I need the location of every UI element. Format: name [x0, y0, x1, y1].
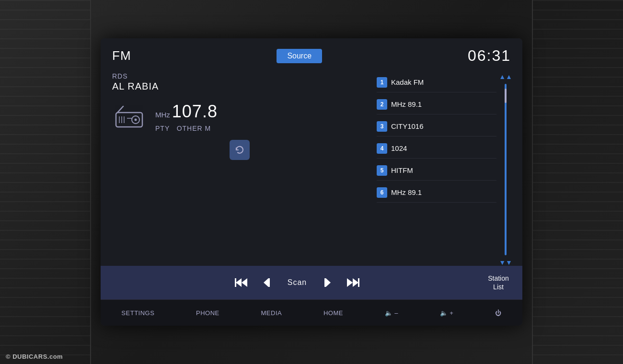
refresh-button[interactable]	[230, 140, 250, 160]
station-item-5[interactable]: 5HITFM	[377, 160, 496, 181]
refresh-area	[112, 140, 367, 160]
radio-icon	[112, 102, 146, 131]
playback-controls: Scan	[110, 277, 484, 288]
station-name-text-4: 1024	[391, 144, 407, 152]
station-num-1: 1	[377, 77, 387, 88]
station-num-2: 2	[377, 99, 387, 110]
nav-power[interactable]: ⏻	[495, 309, 502, 317]
nav-vol-up[interactable]: 🔈 +	[440, 309, 454, 317]
forward-button[interactable]	[321, 277, 332, 288]
svg-rect-14	[324, 278, 326, 287]
svg-marker-11	[264, 278, 268, 287]
station-num-5: 5	[377, 165, 387, 176]
home-label: HOME	[323, 309, 343, 317]
station-item-2[interactable]: 2MHz 89.1	[377, 94, 496, 114]
station-name-text-3: CITY1016	[391, 122, 424, 130]
freq-unit: MHz	[155, 111, 170, 119]
vent-right	[532, 0, 623, 364]
station-item-3[interactable]: 3CITY1016	[377, 116, 496, 136]
freq-value: 107.8	[172, 102, 218, 122]
station-num-6: 6	[377, 187, 387, 198]
svg-rect-12	[268, 278, 270, 287]
vent-left	[0, 0, 91, 364]
svg-marker-16	[347, 278, 353, 287]
station-num-3: 3	[377, 121, 387, 132]
svg-marker-8	[236, 278, 242, 287]
station-item-1[interactable]: 1Kadak FM	[377, 72, 496, 92]
freq-info: MHz 107.8 PTY OTHER M	[155, 102, 218, 132]
svg-point-6	[134, 118, 137, 121]
svg-rect-17	[358, 278, 359, 287]
scan-button[interactable]: Scan	[288, 278, 307, 287]
pty-row: PTY OTHER M	[155, 125, 218, 132]
svg-rect-10	[235, 278, 236, 287]
vol-down-icon: 🔈 –	[385, 309, 398, 317]
fm-label: FM	[112, 48, 131, 63]
scroll-bar: ▲▲ ▼▼	[500, 72, 511, 266]
station-name-text-5: HITFM	[391, 166, 413, 174]
scroll-thumb	[505, 89, 507, 103]
media-label: MEDIA	[261, 309, 282, 317]
nav-settings[interactable]: SETTINGS	[121, 309, 154, 317]
svg-line-1	[117, 106, 123, 113]
scroll-down-button[interactable]: ▼▼	[499, 259, 512, 266]
rds-label: RDS	[112, 72, 367, 80]
next-button[interactable]	[346, 277, 359, 288]
station-list-button[interactable]: StationList	[484, 274, 513, 291]
car-surround: FM Source 06:31 RDS AL RABIA	[0, 0, 623, 364]
station-name-text-1: Kadak FM	[391, 78, 424, 86]
svg-rect-0	[116, 113, 142, 127]
scroll-up-button[interactable]: ▲▲	[499, 73, 512, 80]
settings-label: SETTINGS	[121, 309, 154, 317]
radio-icon-row: MHz 107.8 PTY OTHER M	[112, 102, 367, 132]
prev-button[interactable]	[235, 277, 248, 288]
nav-vol-down[interactable]: 🔈 –	[385, 309, 398, 317]
svg-marker-15	[353, 278, 358, 287]
watermark: © DUBICARS.com	[6, 353, 63, 360]
svg-marker-9	[242, 278, 247, 287]
station-item-6[interactable]: 6MHz 89.1	[377, 182, 496, 203]
scroll-track	[505, 84, 507, 255]
station-name-text-2: MHz 89.1	[391, 100, 422, 108]
vol-up-icon: 🔈 +	[440, 309, 454, 317]
source-button[interactable]: Source	[277, 49, 322, 63]
nav-bar: SETTINGS PHONE MEDIA HOME 🔈 – 🔈 + ⏻	[101, 299, 522, 326]
freq-row: MHz 107.8	[155, 102, 218, 122]
playback-bar: Scan StationList	[101, 266, 522, 299]
pty-label: PTY	[155, 125, 170, 132]
station-name-text-6: MHz 89.1	[391, 188, 422, 196]
station-num-4: 4	[377, 143, 387, 154]
right-panel: 1Kadak FM2MHz 89.13CITY1016410245HITFM6M…	[377, 69, 511, 266]
top-bar: FM Source 06:31	[101, 38, 522, 69]
svg-marker-13	[326, 278, 331, 287]
nav-home[interactable]: HOME	[323, 309, 343, 317]
screen-main: FM Source 06:31 RDS AL RABIA	[101, 38, 522, 266]
station-name: AL RABIA	[112, 81, 367, 92]
station-item-4[interactable]: 41024	[377, 138, 496, 159]
screen-container: FM Source 06:31 RDS AL RABIA	[101, 38, 522, 326]
power-icon: ⏻	[495, 309, 502, 317]
pty-value: OTHER M	[177, 125, 211, 132]
nav-media[interactable]: MEDIA	[261, 309, 282, 317]
phone-label: PHONE	[196, 309, 219, 317]
left-panel: RDS AL RABIA	[112, 69, 367, 266]
rewind-button[interactable]	[263, 277, 273, 288]
time-display: 06:31	[468, 47, 511, 65]
content-area: RDS AL RABIA	[101, 69, 522, 266]
station-list: 1Kadak FM2MHz 89.13CITY1016410245HITFM6M…	[377, 72, 496, 266]
nav-phone[interactable]: PHONE	[196, 309, 219, 317]
